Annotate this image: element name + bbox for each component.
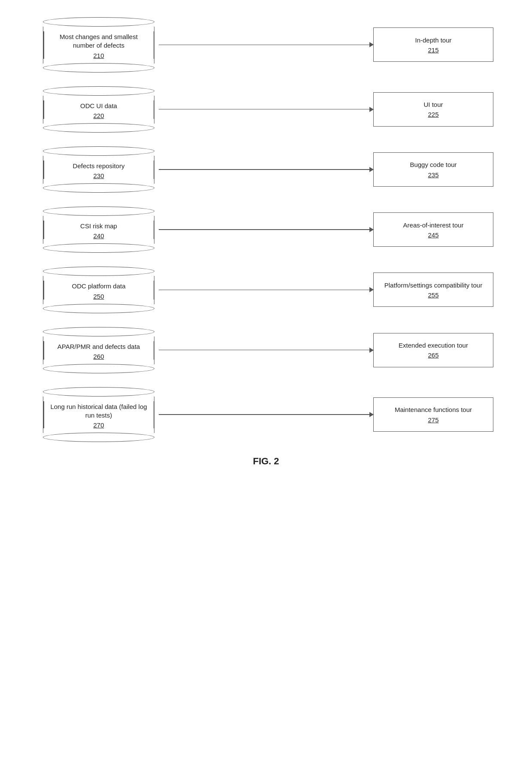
arrow-line — [159, 350, 373, 351]
source-label: ODC UI data — [50, 102, 147, 110]
diagram-row-7: Long run historical data (failed log run… — [39, 387, 493, 442]
source-cylinder-3: Defects repository 230 — [39, 146, 159, 193]
target-box-3: Buggy code tour 235 — [373, 152, 493, 187]
cylinder-left-line — [43, 221, 44, 239]
cylinder-right-line — [154, 281, 154, 299]
source-number: 230 — [50, 172, 147, 179]
target-box-2: UI tour 225 — [373, 92, 493, 127]
source-number: 270 — [50, 421, 147, 429]
source-cylinder-4: CSI risk map 240 — [39, 206, 159, 253]
cylinder-top — [43, 17, 154, 27]
diagram-row-1: Most changes and smallest number of defe… — [39, 17, 493, 73]
cylinder-left-line — [43, 31, 44, 59]
source-number: 240 — [50, 232, 147, 239]
cylinder-bottom — [43, 243, 154, 253]
tour-label: Areas-of-interest tour — [403, 221, 464, 230]
cylinder-top — [43, 86, 154, 96]
cylinder-top — [43, 327, 154, 336]
target-box-1: In-depth tour 215 — [373, 27, 493, 62]
source-number: 260 — [50, 353, 147, 360]
source-cylinder-5: ODC platform data 250 — [39, 266, 159, 313]
diagram-row-6: APAR/PMR and defects data 260 Extended e… — [39, 327, 493, 373]
cylinder-top — [43, 266, 154, 276]
cylinder-top — [43, 387, 154, 397]
cylinder-body: ODC platform data 250 — [43, 276, 154, 304]
cylinder-bottom — [43, 63, 154, 73]
target-box-6: Extended execution tour 265 — [373, 333, 493, 367]
arrow-6 — [159, 344, 373, 357]
source-cylinder-2: ODC UI data 220 — [39, 86, 159, 133]
diagram-row-3: Defects repository 230 Buggy code tour 2… — [39, 146, 493, 193]
source-label: ODC platform data — [50, 282, 147, 291]
diagram-row-4: CSI risk map 240 Areas-of-interest tour … — [39, 206, 493, 253]
arrow-7 — [159, 408, 373, 421]
arrow-2 — [159, 103, 373, 116]
cylinder-top — [43, 146, 154, 156]
cylinder-left-line — [43, 401, 44, 429]
cylinder-bottom — [43, 364, 154, 373]
arrow-line — [159, 169, 373, 170]
arrow-line — [159, 414, 373, 415]
cylinder-right-line — [154, 221, 154, 239]
tour-number: 245 — [428, 231, 438, 239]
arrow-line — [159, 45, 373, 45]
diagram-row-5: ODC platform data 250 Platform/settings … — [39, 266, 493, 313]
tour-number: 275 — [428, 416, 438, 424]
arrow-line — [159, 290, 373, 291]
source-cylinder-6: APAR/PMR and defects data 260 — [39, 327, 159, 373]
cylinder-body: Most changes and smallest number of defe… — [43, 27, 154, 64]
tour-label: UI tour — [423, 100, 443, 109]
cylinder-left-line — [43, 160, 44, 179]
source-cylinder-1: Most changes and smallest number of defe… — [39, 17, 159, 73]
tour-number: 225 — [428, 111, 438, 118]
cylinder-body: ODC UI data 220 — [43, 96, 154, 124]
source-label: APAR/PMR and defects data — [50, 342, 147, 351]
tour-label: Extended execution tour — [399, 341, 468, 350]
cylinder-bottom — [43, 433, 154, 442]
tour-number: 215 — [428, 46, 438, 54]
cylinder-top — [43, 206, 154, 216]
diagram-container: Most changes and smallest number of defe… — [30, 0, 502, 493]
tour-number: 235 — [428, 171, 438, 179]
source-number: 220 — [50, 112, 147, 119]
cylinder-bottom — [43, 183, 154, 193]
source-cylinder-7: Long run historical data (failed log run… — [39, 387, 159, 442]
cylinder-right-line — [154, 100, 154, 119]
source-label: Defects repository — [50, 162, 147, 170]
arrow-1 — [159, 38, 373, 51]
target-box-5: Platform/settings compatibility tour 255 — [373, 273, 493, 307]
tour-label: Buggy code tour — [410, 160, 456, 169]
arrow-4 — [159, 223, 373, 236]
source-number: 210 — [50, 52, 147, 59]
arrow-5 — [159, 283, 373, 296]
cylinder-body: Defects repository 230 — [43, 156, 154, 184]
arrow-line — [159, 109, 373, 110]
source-label: Long run historical data (failed log run… — [50, 403, 147, 420]
source-label: Most changes and smallest number of defe… — [50, 33, 147, 50]
figure-label: FIG. 2 — [39, 456, 493, 467]
cylinder-body: Long run historical data (failed log run… — [43, 397, 154, 433]
arrow-3 — [159, 163, 373, 176]
cylinder-right-line — [154, 401, 154, 429]
source-label: CSI risk map — [50, 222, 147, 230]
cylinder-left-line — [43, 281, 44, 299]
target-box-4: Areas-of-interest tour 245 — [373, 212, 493, 247]
cylinder-right-line — [154, 341, 154, 360]
target-box-7: Maintenance functions tour 275 — [373, 397, 493, 432]
cylinder-left-line — [43, 100, 44, 119]
cylinder-bottom — [43, 304, 154, 313]
tour-number: 265 — [428, 351, 438, 359]
cylinder-left-line — [43, 341, 44, 360]
cylinder-body: APAR/PMR and defects data 260 — [43, 336, 154, 364]
cylinder-right-line — [154, 160, 154, 179]
tour-number: 255 — [428, 291, 438, 299]
source-number: 250 — [50, 293, 147, 300]
tour-label: Maintenance functions tour — [395, 406, 472, 414]
cylinder-bottom — [43, 123, 154, 133]
cylinder-right-line — [154, 31, 154, 59]
diagram-row-2: ODC UI data 220 UI tour 225 — [39, 86, 493, 133]
tour-label: Platform/settings compatibility tour — [384, 281, 482, 290]
tour-label: In-depth tour — [415, 36, 451, 45]
arrow-line — [159, 229, 373, 230]
cylinder-body: CSI risk map 240 — [43, 216, 154, 244]
